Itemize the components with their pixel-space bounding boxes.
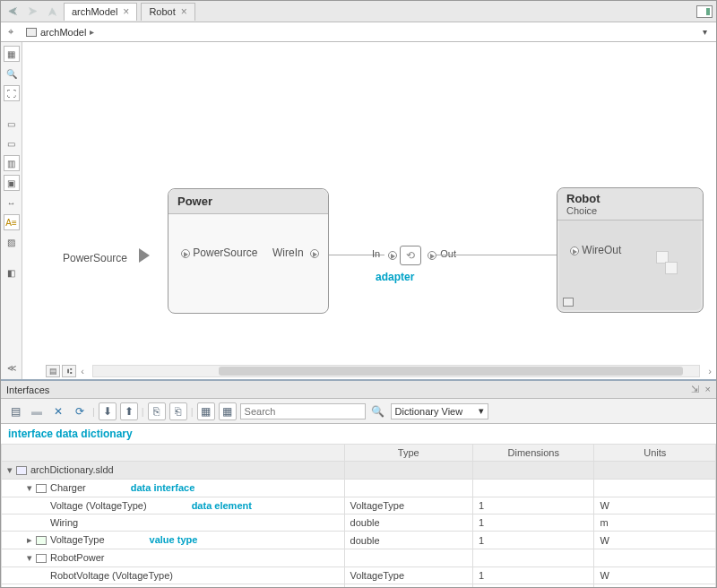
tab-label: Robot [149,6,175,17]
link-button[interactable]: ⎘ [148,402,166,420]
viewmarker-tool-icon[interactable]: ◧ [4,264,20,281]
dictionary-annotation: interface data dictionary [1,424,716,444]
nav-forward-icon[interactable]: ⮞ [24,4,40,20]
refresh-button[interactable]: ⟳ [71,402,89,420]
component-tool-icon[interactable]: ▥ [4,155,20,171]
export-button[interactable]: ⬆ [120,402,138,420]
remove-interface-button[interactable]: ▬ [28,402,46,420]
adapter-annotation: adapter [376,271,414,283]
breadcrumb-root[interactable]: archModel ▸ [22,25,98,39]
interfaces-panel: Interfaces ⇲ × ▤ ▬ ✕ ⟳ | ⬇ ⬆ | ⎘ ⎗ | ▦ ▦… [1,379,716,587]
annotation-tool-icon[interactable]: A≡ [4,214,20,230]
add-interface-button[interactable]: ▤ [6,402,24,420]
robot-in-port[interactable]: WireOut [566,244,621,256]
interface-icon [36,484,47,493]
table-row[interactable]: Wiringdouble1m [2,514,716,532]
adapter-in-label: In [372,248,380,259]
row-name: Voltage (VoltageType) [50,500,147,511]
nav-up-icon[interactable]: ⮝ [44,4,60,20]
col-name[interactable] [2,445,345,462]
scroll-right-icon[interactable]: › [704,366,716,376]
power-out-port[interactable]: WireIn [272,246,319,259]
tab-robot[interactable]: Robot × [141,3,194,21]
layout-toggle-icon[interactable] [696,5,713,18]
wire[interactable] [436,255,557,255]
block-subtitle: Choice [566,205,694,216]
dictionary-icon [16,466,27,475]
adapter-icon: ⟲ [400,246,421,265]
image-tool-icon[interactable]: ▨ [4,234,20,250]
nav-back-icon[interactable]: ⮜ [4,4,21,20]
pin-icon[interactable]: ⌖ [4,26,17,39]
chevron-down-icon: ▾ [479,405,484,417]
adapter-out-port-icon[interactable] [428,251,436,260]
horizontal-scrollbar[interactable] [92,365,700,377]
panel-title: Interfaces [6,385,49,395]
filter-button[interactable]: ▦ [197,402,215,420]
scroll-left-icon[interactable]: ‹ [76,366,89,376]
show-all-icon[interactable]: ≪ [4,359,20,376]
hierarchy-button[interactable]: ⑆ [62,365,76,377]
variant-icon [656,251,681,278]
connector-tool-icon[interactable]: ↔ [4,195,20,211]
interface-icon [36,554,47,563]
interfaces-table[interactable]: Type Dimensions Units ▾archDictionary.sl… [1,444,716,587]
row-annotation: value type [150,534,198,545]
adapter-in-port-icon[interactable] [388,251,397,260]
port-tool-icon[interactable]: ▣ [4,175,20,191]
table-row[interactable]: Wiresdouble1m [2,584,716,588]
valuetype-icon [36,536,47,545]
table-row[interactable]: ▾Chargerdata interface [2,480,716,497]
breadcrumb-dropdown-icon[interactable]: ▾ [703,27,713,37]
filter2-button[interactable]: ▦ [219,402,237,420]
search-icon[interactable]: 🔍 [369,402,387,420]
row-name: RobotPower [50,552,105,563]
row-name: Charger [50,482,86,493]
robot-block[interactable]: Robot Choice WireOut [557,187,704,313]
col-units[interactable]: Units [594,445,716,462]
row-name: Wiring [50,517,78,528]
close-icon[interactable]: × [705,384,711,394]
col-type[interactable]: Type [344,445,472,462]
main-area: ▦ 🔍 ⛶ ▭ ▭ ▥ ▣ ↔ A≡ ▨ ◧ ≪ PowerSource Pow… [1,42,716,379]
table-row[interactable]: ▸VoltageTypevalue typedouble1W [2,532,716,549]
unpin-icon[interactable]: ⇲ [691,384,699,394]
subsystem-icon[interactable] [563,298,574,307]
adapter-out-label: Out [440,248,456,259]
adapter-block[interactable]: In ⟲ Out [384,243,436,268]
block-title: Robot [566,192,694,205]
row-name: RobotVoltage (VoltageType) [50,570,173,581]
delete-button[interactable]: ✕ [49,402,67,420]
close-icon[interactable]: × [123,6,129,17]
row-annotation: data element [192,500,252,511]
tab-label: archModel [72,6,117,17]
block-title: Power [168,189,328,214]
row-name: archDictionary.sldd [30,464,114,475]
power-source-port-icon[interactable] [139,248,150,263]
table-row[interactable]: Voltage (VoltageType)data elementVoltage… [2,497,716,514]
fit-view-icon[interactable]: ⛶ [4,85,20,101]
zoom-tool-icon[interactable]: 🔍 [4,65,20,82]
browse-tool-icon[interactable]: ▦ [4,46,20,62]
import-button[interactable]: ⬇ [99,402,117,420]
link2-button[interactable]: ⎗ [169,402,187,420]
row-annotation: data interface [131,482,195,493]
search-input[interactable] [240,403,366,419]
power-block[interactable]: Power PowerSource WireIn [168,188,329,314]
close-icon[interactable]: × [181,6,187,17]
rect-tool-icon[interactable]: ▭ [4,116,20,132]
row-name: VoltageType [50,534,105,545]
chevron-right-icon: ▸ [90,27,94,37]
col-dimensions[interactable]: Dimensions [473,445,594,462]
table-row[interactable]: RobotVoltage (VoltageType)VoltageType1W [2,567,716,584]
view-mode-label: Dictionary View [395,406,463,417]
view-mode-dropdown[interactable]: Dictionary View ▾ [391,403,489,419]
table-row[interactable]: ▾RobotPower [2,549,716,567]
hide-panel-button[interactable]: ▤ [46,365,60,377]
rect2-tool-icon[interactable]: ▭ [4,135,20,151]
power-source-label: PowerSource [63,252,127,264]
canvas[interactable]: PowerSource Power PowerSource WireIn In … [22,42,716,379]
tab-archmodel[interactable]: archModel × [64,3,137,21]
power-in-port[interactable]: PowerSource [177,246,257,259]
table-row[interactable]: ▾archDictionary.sldd [2,462,716,480]
